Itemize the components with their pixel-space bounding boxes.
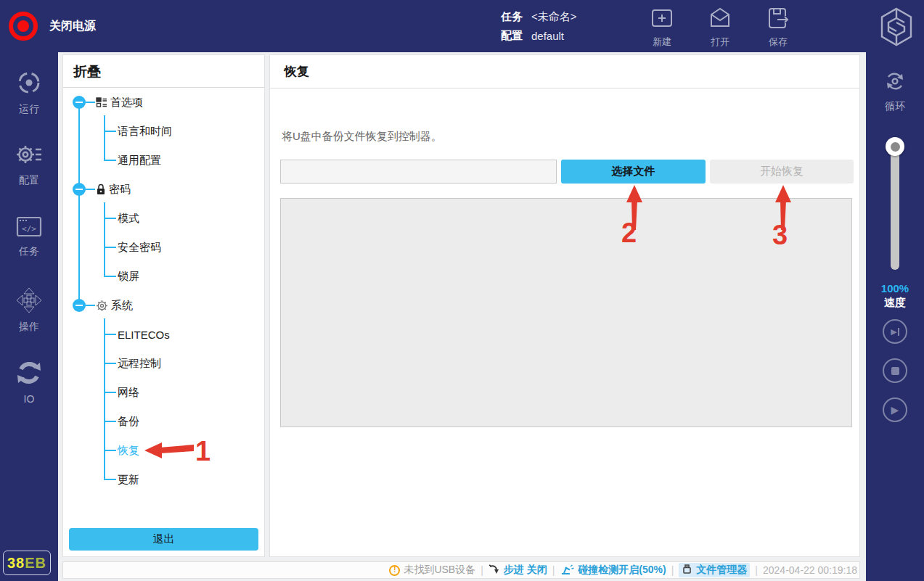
new-file-icon <box>650 6 674 33</box>
open-file-icon <box>708 6 732 33</box>
settings-tree: 首选项 语言和时间 通用配置 密码 <box>63 88 264 556</box>
exit-button[interactable]: 退出 <box>69 528 258 551</box>
app-root: 关闭电源 任务 <未命名> 配置 default 新建 <box>0 0 924 581</box>
new-task-button[interactable]: 新建 <box>640 6 684 49</box>
run-icon <box>16 70 42 99</box>
play-icon: ▶ <box>891 404 899 416</box>
collision-robot-icon <box>560 564 574 577</box>
speed-slider-thumb[interactable] <box>886 137 904 156</box>
usb-drive-icon <box>682 564 692 577</box>
power-icon <box>9 12 38 41</box>
save-icon <box>766 6 790 33</box>
tree-node-backup[interactable]: 备份 <box>63 407 139 436</box>
nav-io[interactable]: IO <box>0 360 58 415</box>
step-mode-status[interactable]: 步进 关闭 <box>488 564 547 577</box>
topbar-actions: 新建 打开 保存 <box>640 6 800 49</box>
tree-node-language-time[interactable]: 语言和时间 <box>63 117 172 146</box>
nav-run[interactable]: 运行 <box>0 70 58 125</box>
page-title: 恢复 <box>270 55 859 88</box>
right-control-rail: 循环 100% 速度 ▶ ▶ <box>866 52 924 581</box>
system-gear-icon <box>96 300 108 312</box>
start-restore-button[interactable]: 开始恢复 <box>710 160 854 184</box>
annotation-number-1: 1 <box>195 436 210 467</box>
restore-file-list-area <box>280 198 852 427</box>
stop-button[interactable] <box>883 358 907 383</box>
checksum-badge: 38EB <box>3 551 51 575</box>
system-datetime: 2024-04-22 00:19:18 <box>763 564 857 576</box>
config-label: 配置 <box>501 29 523 43</box>
restore-description: 将U盘中备份文件恢复到控制器。 <box>282 130 442 144</box>
io-swap-icon <box>16 360 42 389</box>
backup-file-path-input[interactable] <box>280 160 557 184</box>
tree-node-mode[interactable]: 模式 <box>63 204 139 233</box>
nav-task[interactable]: </> 任务 <box>0 215 58 270</box>
select-file-button[interactable]: 选择文件 <box>561 160 706 184</box>
speed-label: 速度 <box>866 296 924 310</box>
file-manager-link[interactable]: 文件管理器 <box>679 563 750 577</box>
left-nav-rail: 运行 配置 </> 任务 操作 <box>0 52 58 581</box>
power-off-button[interactable]: 关闭电源 <box>9 0 96 52</box>
collapse-toggle-icon[interactable] <box>73 299 86 312</box>
tree-node-update[interactable]: 更新 <box>63 465 139 494</box>
tree-node-network[interactable]: 网络 <box>63 378 139 407</box>
elite-robot-logo-icon <box>879 7 914 46</box>
tree-node-restore[interactable]: 恢复 <box>63 436 139 465</box>
move-arrows-icon <box>16 287 42 316</box>
loop-icon <box>883 70 907 96</box>
power-off-label: 关闭电源 <box>49 19 96 34</box>
tree-node-general-config[interactable]: 通用配置 <box>63 146 161 175</box>
tree-node-lock-screen[interactable]: 锁屏 <box>63 262 139 291</box>
save-task-button[interactable]: 保存 <box>756 6 800 49</box>
tree-node-safety-password[interactable]: 安全密码 <box>63 233 161 262</box>
warning-icon: ! <box>389 565 400 576</box>
top-bar: 关闭电源 任务 <未命名> 配置 default 新建 <box>0 0 924 52</box>
play-button[interactable]: ▶ <box>883 397 907 422</box>
loop-mode-button[interactable]: 循环 <box>866 70 924 113</box>
collapse-header[interactable]: 折叠 <box>63 55 264 88</box>
code-window-icon: </> <box>16 215 42 241</box>
annotation-arrow-1 <box>144 441 195 460</box>
tree-node-password[interactable]: 密码 <box>63 175 131 204</box>
svg-text:</>: </> <box>22 224 36 234</box>
step-arrow-icon <box>488 564 500 577</box>
step-forward-button[interactable]: ▶ <box>883 319 907 344</box>
speed-percent-value: 100% <box>866 282 924 294</box>
task-config-block: 任务 <未命名> 配置 default <box>501 7 577 45</box>
task-value: <未命名> <box>531 10 577 24</box>
speed-slider-track[interactable] <box>891 143 899 270</box>
usb-status: ! 未找到USB设备 <box>389 564 475 577</box>
collapse-toggle-icon[interactable] <box>73 183 86 196</box>
tree-node-system[interactable]: 系统 <box>63 291 133 320</box>
nav-operate[interactable]: 操作 <box>0 287 58 342</box>
tree-node-elitecos[interactable]: ELITECOs <box>63 320 170 349</box>
nav-config[interactable]: 配置 <box>0 142 58 197</box>
task-label: 任务 <box>501 10 523 24</box>
tree-node-remote-control[interactable]: 远程控制 <box>63 349 161 378</box>
tree-node-preferences[interactable]: 首选项 <box>63 88 143 117</box>
open-task-button[interactable]: 打开 <box>698 6 742 49</box>
settings-tree-panel: 折叠 首选项 <box>62 54 265 557</box>
annotation-number-2: 2 <box>621 218 637 249</box>
status-bar: ! 未找到USB设备 | 步进 关闭 | 碰撞检测开启(50%) <box>62 561 860 579</box>
step-forward-icon: ▶ <box>891 328 896 336</box>
collision-detection-status[interactable]: 碰撞检测开启(50%) <box>560 564 666 577</box>
gear-list-icon <box>15 142 43 170</box>
annotation-number-3: 3 <box>772 220 788 251</box>
collapse-toggle-icon[interactable] <box>73 96 86 109</box>
lock-icon <box>96 184 106 195</box>
restore-panel: 恢复 将U盘中备份文件恢复到控制器。 选择文件 开始恢复 2 <box>269 54 860 557</box>
preferences-icon <box>96 96 107 108</box>
stop-icon <box>891 367 899 375</box>
config-value: default <box>531 30 564 42</box>
